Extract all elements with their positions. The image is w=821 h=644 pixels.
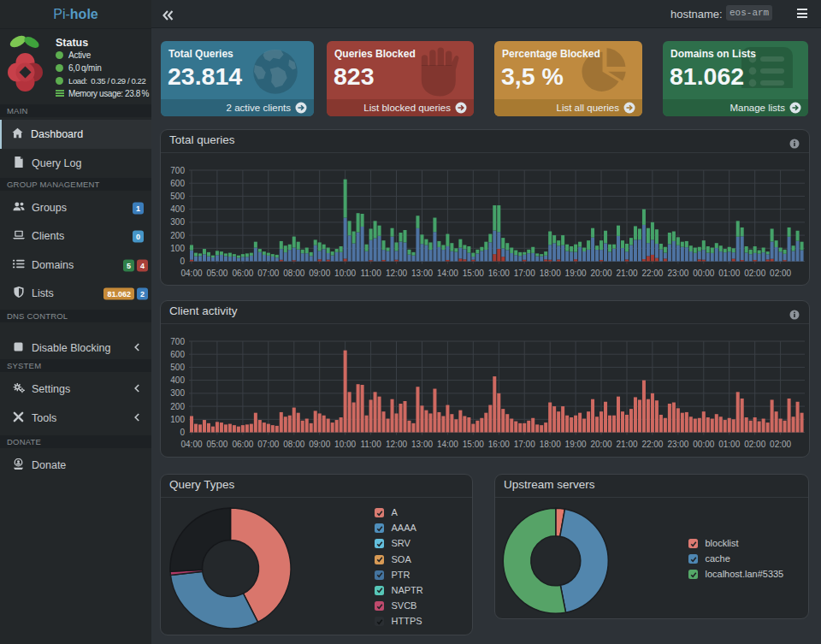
svg-text:02:00: 02:00	[770, 440, 791, 449]
svg-text:22:00: 22:00	[641, 269, 663, 278]
svg-text:05:00: 05:00	[206, 269, 227, 278]
svg-text:13:00: 13:00	[411, 440, 433, 449]
svg-text:07:00: 07:00	[257, 269, 279, 278]
svg-text:04:00: 04:00	[180, 440, 202, 449]
svg-text:17:00: 17:00	[514, 269, 535, 278]
svg-text:700: 700	[170, 166, 185, 175]
svg-text:21:00: 21:00	[616, 440, 637, 449]
svg-text:600: 600	[170, 179, 185, 188]
svg-text:400: 400	[170, 375, 185, 385]
svg-text:13:00: 13:00	[411, 269, 433, 278]
svg-text:06:00: 06:00	[232, 440, 253, 449]
svg-text:14:00: 14:00	[437, 269, 458, 278]
svg-text:02:00: 02:00	[744, 440, 765, 449]
svg-text:200: 200	[170, 402, 185, 411]
svg-text:0: 0	[180, 257, 185, 266]
svg-text:21:00: 21:00	[616, 269, 637, 278]
svg-text:00:00: 00:00	[693, 440, 714, 449]
svg-text:300: 300	[170, 217, 185, 227]
svg-text:100: 100	[170, 415, 185, 424]
svg-text:04:00: 04:00	[180, 269, 202, 278]
svg-text:18:00: 18:00	[540, 440, 561, 449]
svg-text:16:00: 16:00	[488, 269, 510, 278]
svg-text:500: 500	[170, 363, 185, 372]
svg-text:09:00: 09:00	[309, 269, 330, 278]
svg-text:08:00: 08:00	[283, 269, 304, 278]
svg-text:15:00: 15:00	[463, 440, 484, 449]
svg-text:12:00: 12:00	[386, 269, 407, 278]
svg-text:00:00: 00:00	[693, 269, 714, 278]
svg-text:11:00: 11:00	[360, 269, 381, 278]
svg-text:01:00: 01:00	[718, 440, 740, 449]
svg-text:100: 100	[170, 244, 185, 253]
svg-text:11:00: 11:00	[360, 440, 381, 449]
svg-text:500: 500	[170, 192, 185, 201]
svg-text:02:00: 02:00	[744, 269, 765, 278]
svg-text:16:00: 16:00	[488, 440, 510, 449]
svg-text:300: 300	[170, 388, 185, 398]
svg-text:05:00: 05:00	[206, 440, 227, 449]
svg-text:20:00: 20:00	[590, 440, 611, 449]
svg-text:02:00: 02:00	[770, 269, 791, 278]
svg-text:10:00: 10:00	[334, 440, 356, 449]
svg-text:22:00: 22:00	[641, 440, 663, 449]
svg-text:14:00: 14:00	[437, 440, 458, 449]
svg-text:600: 600	[170, 350, 185, 359]
svg-text:19:00: 19:00	[565, 269, 587, 278]
svg-text:200: 200	[170, 231, 185, 240]
svg-text:10:00: 10:00	[334, 269, 356, 278]
svg-text:700: 700	[170, 337, 185, 346]
svg-text:23:00: 23:00	[667, 269, 688, 278]
svg-text:400: 400	[170, 204, 185, 214]
svg-text:06:00: 06:00	[232, 269, 253, 278]
svg-text:09:00: 09:00	[309, 440, 330, 449]
svg-text:18:00: 18:00	[540, 269, 561, 278]
svg-text:20:00: 20:00	[590, 269, 611, 278]
svg-text:15:00: 15:00	[463, 269, 484, 278]
svg-text:23:00: 23:00	[667, 440, 688, 449]
svg-text:07:00: 07:00	[257, 440, 279, 449]
svg-text:12:00: 12:00	[386, 440, 407, 449]
svg-text:19:00: 19:00	[565, 440, 587, 449]
svg-text:17:00: 17:00	[514, 440, 535, 449]
svg-text:0: 0	[180, 428, 185, 437]
svg-text:01:00: 01:00	[718, 269, 740, 278]
svg-text:08:00: 08:00	[283, 440, 304, 449]
